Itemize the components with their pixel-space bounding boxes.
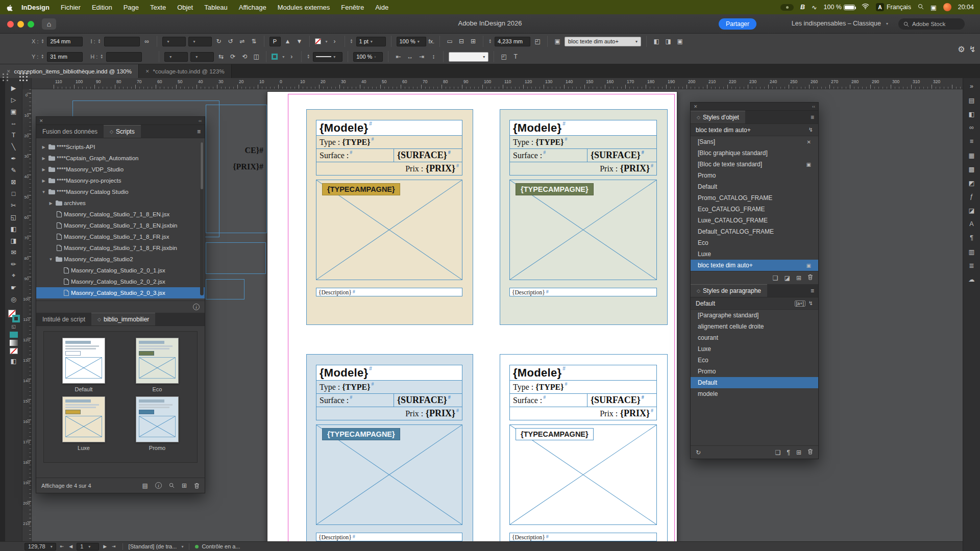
panel-dock-grip[interactable] xyxy=(3,73,10,82)
tint-combo[interactable]: 100 %› xyxy=(353,52,383,62)
next-page-button[interactable]: ▶ xyxy=(102,544,108,549)
panel-menu-icon[interactable]: ≡ xyxy=(806,284,818,297)
last-page-button[interactable]: ⇥ xyxy=(111,544,117,549)
menu-modules-externes[interactable]: Modules externes xyxy=(272,4,336,11)
document-standard-menu[interactable]: [Standard] (de tra...▾ xyxy=(129,543,184,549)
tab-biblio-immobilier[interactable]: ◇biblio_immobilier xyxy=(91,313,155,325)
input-language-menu[interactable]: A Français xyxy=(876,3,911,11)
tab-fusion-des-donn-es[interactable]: Fusion des données xyxy=(36,125,104,138)
effects-panel-icon[interactable]: ƒ xyxy=(965,190,978,203)
paragraph-style-item[interactable]: Promo xyxy=(691,366,818,377)
library-item-luxe[interactable]: Luxe xyxy=(59,396,108,451)
library-item-promo[interactable]: Promo xyxy=(133,396,182,451)
scale-x-combo[interactable]: ▾ xyxy=(164,52,188,62)
menu-fichier[interactable]: Fichier xyxy=(55,4,86,11)
description-frame[interactable]: {Description}# xyxy=(316,533,462,541)
paragraph-style-item[interactable]: alignement cellule droite xyxy=(691,321,818,332)
rotate270-icon[interactable]: ⟲ xyxy=(240,53,249,60)
paragraph-style-current[interactable]: Default [a+] ↯ xyxy=(691,297,818,310)
chevron-icon[interactable]: ▶ xyxy=(40,156,47,161)
template-card-luxe[interactable]: {Modele}#Type : {TYPE}#Surface : #{SURFA… xyxy=(306,109,473,325)
object-style-item[interactable]: Luxe xyxy=(691,248,818,260)
height-stepper[interactable]: ▲▼ xyxy=(100,54,103,59)
paragraph-style-item[interactable]: Luxe xyxy=(691,343,818,355)
preflight-menu[interactable]: Contrôle en a... xyxy=(202,543,240,549)
tab-intitul-de-script[interactable]: Intitulé de script xyxy=(36,313,91,325)
swatch-field-combo[interactable]: ▾ xyxy=(449,52,488,62)
stroke-swatch[interactable] xyxy=(272,54,278,60)
close-tab-icon[interactable]: ✕ xyxy=(7,69,11,74)
wifi-icon[interactable] xyxy=(862,4,869,11)
script-tree-item[interactable]: Masonry_Catalog_Studio_2_0_2.jsx xyxy=(36,276,205,287)
paragraph-style-item[interactable]: modele xyxy=(691,388,818,399)
template-card-eco[interactable]: {Modele}#Type : {TYPE}#Surface : #{SURFA… xyxy=(500,109,668,325)
card-surface-row[interactable]: Surface : #{SURFACE}# xyxy=(509,394,657,407)
menu-objet[interactable]: Objet xyxy=(172,4,199,11)
align-right-icon[interactable]: ⇥ xyxy=(417,53,426,60)
description-frame[interactable]: {Description}# xyxy=(509,288,657,296)
script-tree-item[interactable]: ▼****Masonry Catalog Studio xyxy=(36,186,205,197)
object-style-item[interactable]: Luxe_CATALOG_FRAME xyxy=(691,215,818,226)
chevron-icon[interactable]: ▶ xyxy=(40,167,47,172)
gap-tool[interactable]: ⇔ xyxy=(8,117,20,129)
object-style-item[interactable]: [Bloc graphique standard] xyxy=(691,147,818,159)
width-field[interactable] xyxy=(104,37,140,46)
fill-dropdown-icon[interactable]: ▾ xyxy=(326,39,328,44)
control-center-icon[interactable]: ▣ xyxy=(930,4,937,11)
user-avatar[interactable] xyxy=(943,3,951,11)
wrap-object-icon[interactable]: ⊞ xyxy=(469,38,478,45)
script-tree-item[interactable]: Masonry_Catalog_Studio_2_0_3.jsx xyxy=(36,287,205,298)
menu-fen-tre[interactable]: Fenêtre xyxy=(335,4,370,11)
rotate-cw-icon[interactable]: ↻ xyxy=(214,38,224,45)
x-stepper[interactable]: ▲▼ xyxy=(41,39,44,44)
document-tab[interactable]: ✕*coulage-tuto.indd @ 123% xyxy=(139,64,232,78)
document-page[interactable]: {Modele}#Type : {TYPE}#Surface : #{SURFA… xyxy=(267,91,677,541)
tab-object-styles[interactable]: ◇ Styles d'objet xyxy=(691,111,745,123)
layers-panel-icon[interactable]: ◧ xyxy=(965,108,978,120)
hand-tool[interactable]: ☛ xyxy=(8,282,20,293)
formatting-text-icon[interactable]: T xyxy=(511,53,520,60)
color-panel-icon[interactable]: ▦ xyxy=(965,149,978,161)
close-panel-icon[interactable]: ✕ xyxy=(39,118,43,123)
flip-vertical-icon[interactable]: ⇅ xyxy=(250,38,259,45)
card-model-frame[interactable]: {Modele}# xyxy=(316,120,462,136)
paragraph-style-item[interactable]: Default xyxy=(691,377,818,388)
info-icon[interactable]: i xyxy=(193,304,200,310)
align-center-icon[interactable]: ↔ xyxy=(405,53,414,60)
rotation-angle-field[interactable]: ▾ xyxy=(162,37,186,46)
card-model-frame[interactable]: {Modele}# xyxy=(316,365,462,381)
tab-paragraph-styles[interactable]: ◇ Styles de paragraphe xyxy=(691,284,767,297)
stroke-apply-icon[interactable]: › xyxy=(287,53,296,60)
campaign-type-chip[interactable]: {TYPECAMPAGNE} xyxy=(322,183,400,195)
card-price-row[interactable]: Prix : {PRIX}# xyxy=(316,162,462,176)
object-style-item[interactable]: Default xyxy=(691,181,818,192)
fit-frame-icon[interactable]: ◨ xyxy=(664,38,673,45)
pencil-tool[interactable]: ✎ xyxy=(8,164,20,176)
close-panel-icon[interactable]: ✕ xyxy=(694,104,698,109)
menu-tableau[interactable]: Tableau xyxy=(199,4,233,11)
zoom-tool[interactable]: ◎ xyxy=(8,293,20,305)
script-tree-item[interactable]: Masonry_Catalog_Studio_7_1_8_FR.jsxbin xyxy=(36,242,205,254)
pasteboard-frame[interactable] xyxy=(206,279,244,299)
card-type-row[interactable]: Type : {TYPE}# xyxy=(509,136,657,149)
object-style-item[interactable]: [Bloc de texte standard]▣ xyxy=(691,159,818,170)
fit-fill-icon[interactable]: ▣ xyxy=(675,38,684,45)
chevron-icon[interactable]: ▶ xyxy=(47,201,54,206)
menu-indesign[interactable]: InDesign xyxy=(16,4,55,11)
stroke-weight-combo[interactable]: 1 pt▾ xyxy=(356,37,386,46)
campaign-type-chip[interactable]: {TYPECAMPAGNE} xyxy=(516,428,594,440)
card-price-row[interactable]: Prix : {PRIX}# xyxy=(509,407,657,420)
cc-libraries-panel-icon[interactable]: ☁ xyxy=(965,273,978,285)
object-style-combo[interactable]: bloc texte dim auto+▾ xyxy=(565,37,641,46)
gradient-swatch-tool[interactable]: ◧ xyxy=(8,223,20,235)
apply-gradient-button[interactable] xyxy=(10,340,18,346)
rotate90-icon[interactable]: ⟳ xyxy=(228,53,237,60)
new-style-icon[interactable]: ⊞ xyxy=(796,449,801,456)
rectangle-tool[interactable]: □ xyxy=(8,188,20,199)
object-style-item[interactable]: Promo_CATALOG_FRAME xyxy=(691,192,818,204)
stroke-weight-stepper[interactable]: ▲▼ xyxy=(350,39,353,44)
object-style-item[interactable]: Promo xyxy=(691,170,818,181)
chevron-icon[interactable]: ▶ xyxy=(40,179,47,183)
quick-apply-icon[interactable]: ↯ xyxy=(808,300,813,307)
chevron-icon[interactable]: ▼ xyxy=(47,257,54,262)
